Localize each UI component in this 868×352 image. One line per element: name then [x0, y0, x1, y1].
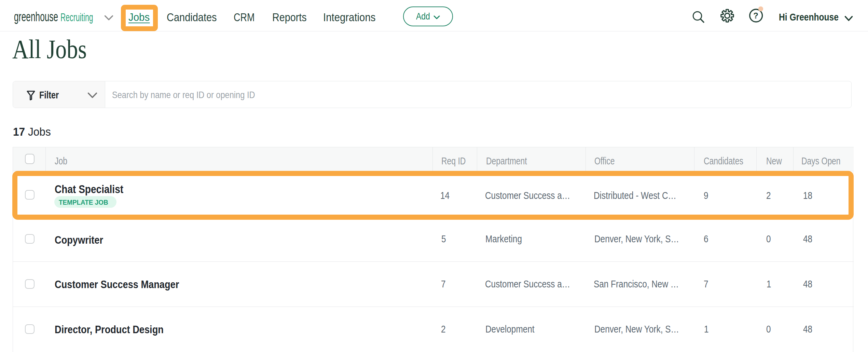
- svg-text:?: ?: [753, 11, 758, 20]
